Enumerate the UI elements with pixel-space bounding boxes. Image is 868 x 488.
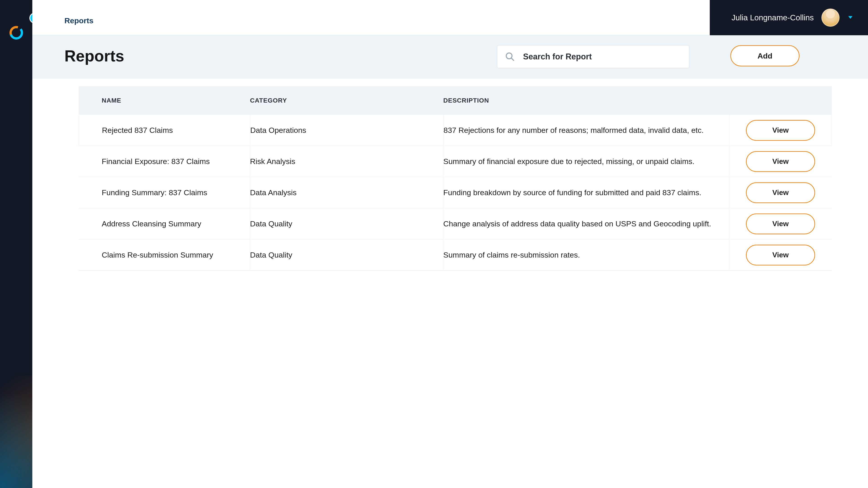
cell-description: 837 Rejections for any number of reasons… xyxy=(443,115,730,146)
search-icon xyxy=(505,52,515,62)
view-button[interactable]: View xyxy=(746,120,815,141)
svg-line-5 xyxy=(511,58,514,61)
cell-category: Data Quality xyxy=(250,239,443,270)
column-header-description[interactable]: DESCRIPTION xyxy=(443,86,729,115)
cell-name: Rejected 837 Claims xyxy=(102,115,250,146)
table-header-row: NAME CATEGORY DESCRIPTION xyxy=(79,86,832,115)
user-area: Julia Longname-Collins xyxy=(710,0,868,35)
add-button-label: Add xyxy=(757,52,772,60)
cell-action: View xyxy=(729,182,832,203)
search-input[interactable] xyxy=(523,52,681,61)
sidebar-decorative-glow xyxy=(0,375,32,488)
table-row: Financial Exposure: 837 ClaimsRisk Analy… xyxy=(79,146,832,177)
view-button[interactable]: View xyxy=(746,151,815,172)
cell-description: Summary of financial exposure due to rej… xyxy=(443,146,729,177)
cell-action: View xyxy=(729,245,832,265)
chevron-down-icon[interactable] xyxy=(847,14,854,21)
column-header-category[interactable]: CATEGORY xyxy=(250,86,443,115)
view-button-label: View xyxy=(772,126,789,134)
sidebar xyxy=(0,0,32,488)
view-button[interactable]: View xyxy=(746,182,815,203)
cell-action: View xyxy=(729,151,832,172)
cell-category: Data Operations xyxy=(250,115,443,146)
cell-action: View xyxy=(729,214,832,234)
avatar[interactable] xyxy=(822,8,839,27)
svg-marker-3 xyxy=(848,16,852,19)
cell-name: Funding Summary: 837 Claims xyxy=(102,177,250,208)
view-button-label: View xyxy=(772,157,789,166)
breadcrumb[interactable]: Reports xyxy=(64,16,93,25)
table-row: Funding Summary: 837 ClaimsData Analysis… xyxy=(79,177,832,208)
table-row: Address Cleansing SummaryData QualityCha… xyxy=(79,208,832,239)
add-button[interactable]: Add xyxy=(730,45,800,66)
cell-description: Summary of claims re-submission rates. xyxy=(443,239,729,270)
page-title: Reports xyxy=(64,47,124,65)
cell-category: Data Quality xyxy=(250,208,443,239)
cell-description: Funding breakdown by source of funding f… xyxy=(443,177,729,208)
cell-name: Claims Re-submission Summary xyxy=(102,239,250,270)
table-row: Claims Re-submission SummaryData Quality… xyxy=(79,239,832,271)
reports-table: NAME CATEGORY DESCRIPTION Rejected 837 C… xyxy=(79,86,832,271)
view-button[interactable]: View xyxy=(746,214,815,234)
user-name: Julia Longname-Collins xyxy=(732,13,814,22)
cell-name: Financial Exposure: 837 Claims xyxy=(102,146,250,177)
view-button-label: View xyxy=(772,251,789,259)
brand-logo-icon[interactable] xyxy=(9,25,24,41)
cell-action: View xyxy=(730,120,832,141)
page-header-band: Reports Add xyxy=(32,35,868,78)
view-button-label: View xyxy=(772,220,789,228)
view-button[interactable]: View xyxy=(746,245,815,265)
cell-name: Address Cleansing Summary xyxy=(102,208,250,239)
view-button-label: View xyxy=(772,188,789,197)
table-row: Rejected 837 ClaimsData Operations837 Re… xyxy=(79,115,832,146)
search-field-wrapper[interactable] xyxy=(497,45,689,68)
column-header-name[interactable]: NAME xyxy=(102,86,250,115)
cell-category: Risk Analysis xyxy=(250,146,443,177)
cell-description: Change analysis of address data quality … xyxy=(443,208,729,239)
cell-category: Data Analysis xyxy=(250,177,443,208)
topbar: Reports Julia Longname-Collins xyxy=(32,0,868,35)
